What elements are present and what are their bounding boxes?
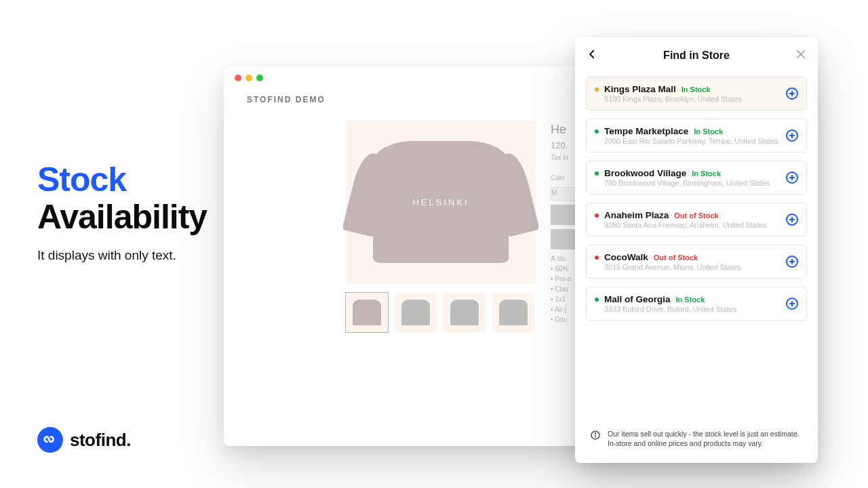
status-dot-icon [595, 298, 599, 302]
thumbnail-3[interactable] [443, 293, 486, 332]
stock-status: Out of Stock [654, 253, 698, 262]
store-card[interactable]: Kings Plaza MallIn Stock5100 Kings Plaza… [586, 77, 807, 110]
store-card[interactable]: CocoWalkOut of Stock3015 Grand Avenue, M… [586, 245, 807, 279]
thumbnail-1[interactable] [346, 293, 388, 332]
window-min-icon[interactable] [245, 75, 252, 81]
product-thumbnails [346, 293, 536, 332]
expand-icon[interactable] [786, 171, 798, 184]
expand-icon[interactable] [786, 129, 798, 142]
product-image: HELSINKI [346, 121, 536, 283]
svg-point-4 [595, 432, 595, 433]
stock-status: In Stock [682, 85, 711, 94]
back-button[interactable] [586, 48, 598, 63]
store-address: 9280 Santa Ana Freeway, Anaheim, United … [604, 221, 781, 229]
store-name: Mall of Georgia [604, 294, 671, 304]
store-address: 3333 Buford Drive, Buford, United States [604, 305, 781, 313]
store-address: 780 Brookwood Village, Birmingham, Unite… [604, 179, 781, 187]
store-card[interactable]: Brookwood VillageIn Stock780 Brookwood V… [586, 161, 807, 195]
stofind-logo-icon [37, 427, 63, 453]
promo-line-2: Availability [37, 199, 207, 236]
stock-status: Out of Stock [674, 211, 718, 220]
expand-icon[interactable] [786, 87, 798, 100]
store-card[interactable]: Tempe MarketplaceIn Stock2000 East Rio S… [586, 119, 807, 152]
window-max-icon[interactable] [256, 75, 263, 81]
panel-title: Find in Store [663, 49, 730, 62]
store-name: CocoWalk [604, 252, 648, 262]
store-list: Kings Plaza MallIn Stock5100 Kings Plaza… [575, 74, 818, 421]
window-close-icon[interactable] [235, 75, 241, 81]
disclaimer-text: Our items sell out quickly - the stock l… [608, 429, 804, 448]
store-title: STOFIND DEMO [247, 95, 326, 104]
disclaimer: Our items sell out quickly - the stock l… [575, 421, 818, 463]
status-dot-icon [595, 256, 599, 260]
find-in-store-panel: Find in Store Kings Plaza MallIn Stock51… [575, 37, 818, 463]
store-name: Anaheim Plaza [604, 210, 669, 220]
expand-icon[interactable] [786, 214, 798, 226]
color-swatch[interactable]: M [551, 187, 578, 201]
thumbnail-2[interactable] [395, 293, 437, 332]
promo-headline: Stock Availability [37, 161, 207, 236]
status-dot-icon [595, 171, 599, 176]
status-dot-icon [595, 129, 599, 134]
store-card[interactable]: Anaheim PlazaOut of Stock9280 Santa Ana … [586, 203, 807, 237]
close-button[interactable] [795, 48, 807, 63]
status-dot-icon [595, 214, 599, 218]
promo-block: Stock Availability It displays with only… [37, 161, 207, 263]
product-image-text: HELSINKI [373, 141, 509, 263]
store-name: Tempe Marketplace [604, 126, 688, 136]
chevron-left-icon [586, 48, 598, 60]
store-address: 2000 East Rio Salado Parkway, Tempe, Uni… [604, 137, 781, 145]
store-address: 3015 Grand Avenue, Miami, United States [604, 263, 781, 271]
store-card[interactable]: Mall of GeorgiaIn Stock3333 Buford Drive… [586, 287, 807, 321]
stock-status: In Stock [692, 169, 721, 178]
expand-icon[interactable] [786, 256, 798, 268]
expand-icon[interactable] [786, 298, 798, 310]
close-icon [795, 48, 807, 60]
thumbnail-4[interactable] [492, 293, 534, 332]
stock-status: In Stock [694, 127, 723, 136]
info-icon [590, 430, 601, 441]
brand: stofind. [37, 427, 131, 453]
store-name: Kings Plaza Mall [604, 84, 676, 94]
stock-status: In Stock [676, 296, 705, 304]
store-address: 5100 Kings Plaza, Brooklyn, United State… [604, 95, 781, 103]
brand-name: stofind. [70, 430, 131, 451]
status-dot-icon [595, 87, 599, 92]
store-name: Brookwood Village [604, 168, 686, 178]
promo-line-1: Stock [37, 161, 207, 199]
promo-sub: It displays with only text. [37, 248, 207, 263]
